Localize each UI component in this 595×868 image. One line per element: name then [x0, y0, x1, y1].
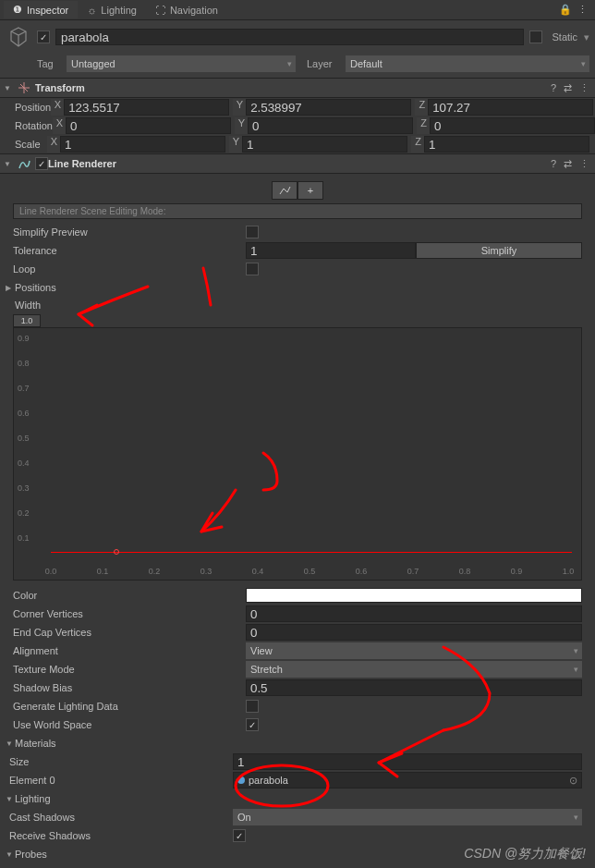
lighting-label: Lighting	[15, 793, 51, 804]
tab-navigation[interactable]: ⛶ Navigation	[146, 2, 227, 18]
position-z-input[interactable]	[428, 99, 593, 116]
rotation-x-input[interactable]	[66, 117, 231, 134]
receive-shadows-checkbox[interactable]	[233, 829, 246, 842]
rotation-z-input[interactable]	[430, 117, 595, 134]
help-icon[interactable]: ?	[551, 158, 556, 170]
shadow-bias-input[interactable]	[246, 679, 582, 696]
scene-mode-label: Line Renderer Scene Editing Mode:	[13, 203, 582, 219]
scale-label: Scale	[15, 139, 47, 150]
layer-label: Layer	[307, 58, 340, 69]
active-checkbox[interactable]	[37, 31, 50, 43]
materials-label: Materials	[15, 738, 56, 749]
tag-dropdown[interactable]: Untagged	[67, 55, 296, 72]
menu-icon[interactable]: ⋮	[579, 158, 589, 170]
tab-inspector[interactable]: ❶ Inspector	[4, 1, 78, 18]
end-cap-vertices-input[interactable]	[246, 624, 582, 641]
lock-icon[interactable]: 🔒	[559, 4, 572, 16]
width-label: Width	[15, 300, 41, 311]
shadow-bias-label: Shadow Bias	[13, 682, 246, 693]
z-label: Z	[415, 99, 428, 116]
x-label: X	[51, 99, 64, 116]
gameobject-name-input[interactable]	[55, 29, 524, 45]
transform-header[interactable]: ▼ Transform ? ⇄ ⋮	[0, 78, 595, 98]
bulb-icon: ☼	[87, 5, 96, 16]
probes-label: Probes	[15, 849, 47, 860]
materials-size-input[interactable]	[233, 753, 582, 770]
texture-mode-label: Texture Mode	[13, 664, 246, 675]
static-dropdown-icon[interactable]: ▾	[584, 31, 589, 43]
component-title: Transform	[35, 82, 551, 93]
preset-icon[interactable]: ⇄	[564, 82, 572, 94]
scale-y-input[interactable]	[242, 136, 407, 153]
component-title: Line Renderer	[48, 158, 551, 169]
loop-checkbox[interactable]	[246, 263, 259, 275]
gameobject-header: Static ▾	[0, 20, 595, 54]
chevron-down-icon: ▼	[6, 740, 15, 748]
tab-label: Lighting	[101, 5, 137, 16]
materials-foldout[interactable]: ▼ Materials	[0, 734, 595, 752]
positions-foldout[interactable]: ▶ Positions	[0, 278, 595, 297]
color-gradient-field[interactable]	[246, 588, 582, 603]
curve-line	[51, 552, 572, 553]
generate-lighting-data-checkbox[interactable]	[246, 700, 259, 713]
tab-label: Navigation	[170, 5, 218, 16]
layer-dropdown[interactable]: Default	[346, 55, 589, 72]
simplify-button[interactable]: Simplify	[416, 242, 582, 259]
lighting-foldout[interactable]: ▼ Lighting	[0, 789, 595, 808]
use-world-space-checkbox[interactable]	[246, 718, 259, 731]
component-enabled-checkbox[interactable]	[35, 157, 48, 170]
foldout-icon[interactable]: ▼	[4, 84, 13, 92]
tolerance-input[interactable]	[246, 242, 416, 259]
gameobject-icon[interactable]	[6, 24, 31, 50]
texture-mode-dropdown[interactable]: Stretch	[246, 661, 582, 678]
tag-layer-row: Tag Untagged Layer Default	[0, 54, 595, 78]
rotation-label: Rotation	[15, 120, 53, 131]
use-world-space-label: Use World Space	[13, 719, 246, 730]
cast-shadows-dropdown[interactable]: On	[233, 809, 582, 825]
alignment-dropdown[interactable]: View	[246, 642, 582, 659]
linerenderer-icon	[17, 156, 31, 171]
curve-keyframe[interactable]	[114, 549, 119, 555]
generate-lighting-data-label: Generate Lighting Data	[13, 701, 246, 712]
tag-label: Tag	[37, 58, 61, 69]
position-x-input[interactable]	[64, 99, 229, 116]
receive-shadows-label: Receive Shadows	[9, 830, 233, 841]
loop-label: Loop	[13, 263, 246, 275]
chevron-down-icon: ▼	[6, 850, 15, 859]
tab-lighting[interactable]: ☼ Lighting	[78, 2, 146, 18]
width-value-badge[interactable]: 1.0	[13, 314, 41, 327]
watermark: CSDN @努力加餐饭!	[464, 846, 586, 862]
corner-vertices-input[interactable]	[246, 605, 582, 622]
corner-vertices-label: Corner Vertices	[13, 608, 246, 619]
simplify-preview-label: Simplify Preview	[13, 226, 246, 238]
preset-icon[interactable]: ⇄	[564, 158, 572, 170]
width-curve-editor[interactable]: 0.90.80.70.60.50.40.30.20.1 0.00.10.20.3…	[13, 327, 582, 581]
y-label: Y	[233, 99, 246, 116]
material-icon	[237, 776, 245, 784]
menu-icon[interactable]: ⋮	[577, 4, 588, 16]
end-cap-vertices-label: End Cap Vertices	[13, 627, 246, 638]
position-label: Position	[15, 102, 51, 113]
menu-icon[interactable]: ⋮	[579, 82, 589, 94]
chevron-right-icon: ▶	[6, 284, 15, 292]
alignment-label: Alignment	[13, 645, 246, 656]
material-element0-field[interactable]: parabola	[233, 772, 582, 789]
size-label: Size	[9, 756, 233, 767]
rotation-y-input[interactable]	[248, 117, 413, 134]
color-label: Color	[13, 590, 246, 601]
static-checkbox[interactable]	[529, 31, 542, 43]
position-y-input[interactable]	[246, 99, 411, 116]
foldout-icon[interactable]: ▼	[4, 160, 13, 168]
tolerance-label: Tolerance	[13, 245, 246, 256]
scale-x-input[interactable]	[60, 136, 225, 153]
linerenderer-header[interactable]: ▼ Line Renderer ? ⇄ ⋮	[0, 153, 595, 174]
help-icon[interactable]: ?	[551, 82, 556, 94]
positions-label: Positions	[15, 282, 56, 293]
add-point-button[interactable]: +	[298, 181, 323, 200]
scale-z-input[interactable]	[424, 136, 589, 153]
edit-points-button[interactable]	[272, 181, 298, 200]
transform-icon	[17, 80, 31, 95]
nav-icon: ⛶	[155, 5, 165, 16]
tab-bar: ❶ Inspector ☼ Lighting ⛶ Navigation 🔒 ⋮	[0, 0, 595, 20]
simplify-preview-checkbox[interactable]	[246, 226, 259, 238]
